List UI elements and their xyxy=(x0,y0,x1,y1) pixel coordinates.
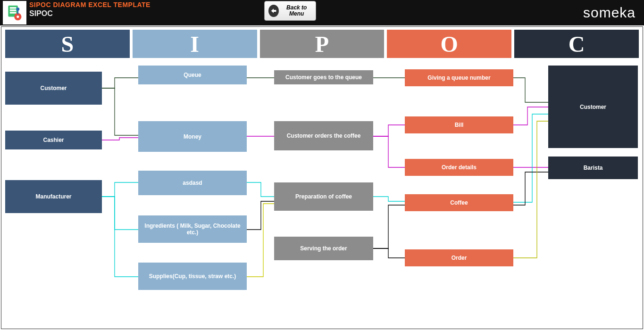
sipoc-headers: S I P O C xyxy=(1,27,643,61)
header-outputs: O xyxy=(387,30,511,58)
output-order[interactable]: Order xyxy=(405,249,513,266)
header-process: P xyxy=(260,30,385,58)
supplier-cashier[interactable]: Cashier xyxy=(5,131,102,149)
brand-logo: someka xyxy=(583,5,636,21)
header-inputs: I xyxy=(133,30,257,58)
process-order[interactable]: Customer orders the coffee xyxy=(274,121,373,150)
header-suppliers: S xyxy=(5,30,130,58)
input-queue[interactable]: Queue xyxy=(138,66,247,84)
input-ingredients[interactable]: Ingredients ( Milk, Sugar, Chocolate etc… xyxy=(138,215,247,243)
process-serve[interactable]: Serving the order xyxy=(274,237,373,260)
supplier-manufacturer[interactable]: Manufacturer xyxy=(5,180,102,213)
top-bar: SIPOC DIAGRAM EXCEL TEMPLATE SIPOC Back … xyxy=(0,0,644,25)
back-button-label: Back to Menu xyxy=(282,5,312,17)
output-bill[interactable]: Bill xyxy=(405,116,513,133)
diagram-canvas: S I P O C xyxy=(1,26,643,329)
svg-rect-1 xyxy=(10,7,17,8)
input-supplies[interactable]: Supplies(Cup, tissue, straw etc.) xyxy=(138,263,247,290)
page-title: SIPOC xyxy=(29,9,151,18)
supplier-customer[interactable]: Customer xyxy=(5,72,102,105)
input-money[interactable]: Money xyxy=(138,121,247,152)
back-to-menu-button[interactable]: Back to Menu xyxy=(264,1,316,21)
svg-point-5 xyxy=(17,16,19,18)
svg-rect-3 xyxy=(10,12,17,13)
process-queue[interactable]: Customer goes to the queue xyxy=(274,70,373,84)
header-titles: SIPOC DIAGRAM EXCEL TEMPLATE SIPOC xyxy=(29,0,151,18)
output-queue-number[interactable]: Giving a queue number xyxy=(405,69,513,86)
template-title: SIPOC DIAGRAM EXCEL TEMPLATE xyxy=(29,1,151,8)
customer-customer[interactable]: Customer xyxy=(548,66,638,148)
back-arrow-icon xyxy=(268,5,279,17)
header-customers: C xyxy=(514,30,639,58)
app-logo xyxy=(3,1,26,25)
customer-barista[interactable]: Barista xyxy=(548,157,638,179)
input-asdasd[interactable]: asdasd xyxy=(138,171,247,195)
process-prep[interactable]: Preparation of coffee xyxy=(274,182,373,211)
svg-point-6 xyxy=(16,8,19,11)
output-order-details[interactable]: Order details xyxy=(405,159,513,176)
output-coffee[interactable]: Coffee xyxy=(405,194,513,211)
svg-rect-2 xyxy=(10,9,17,11)
